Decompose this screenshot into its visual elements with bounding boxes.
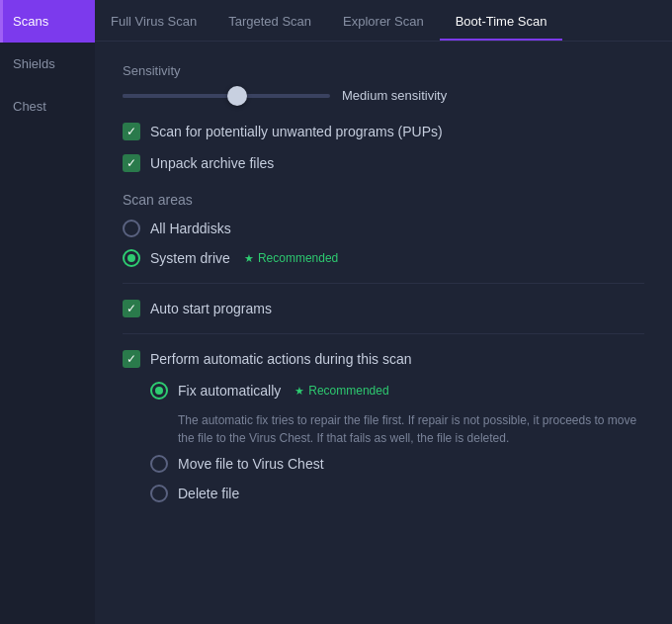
move-file-radio-row: Move file to Virus Chest xyxy=(150,455,644,473)
sensitivity-section: Sensitivity Medium sensitivity xyxy=(123,63,644,103)
fix-auto-radio[interactable] xyxy=(150,382,168,400)
recommended-text: Recommended xyxy=(258,251,338,265)
unpack-checkbox-row: ✓ Unpack archive files xyxy=(123,154,644,172)
checkmark-icon: ✓ xyxy=(126,302,136,315)
sidebar-item-label: Chest xyxy=(13,99,46,114)
system-drive-radio-row: System drive ★ Recommended xyxy=(123,249,644,267)
tab-full-virus-scan[interactable]: Full Virus Scan xyxy=(95,4,212,41)
fix-auto-section: Fix automatically ★ Recommended The auto… xyxy=(150,382,644,447)
auto-actions-checkbox-row: ✓ Perform automatic actions during this … xyxy=(123,350,644,368)
fix-auto-description: The automatic fix tries to repair the fi… xyxy=(178,411,644,447)
sensitivity-label: Sensitivity xyxy=(123,63,644,78)
fix-auto-label: Fix automatically xyxy=(178,383,281,399)
fix-auto-radio-row: Fix automatically ★ Recommended xyxy=(150,382,644,400)
tab-explorer-scan[interactable]: Explorer Scan xyxy=(327,4,440,41)
radio-inner-dot xyxy=(155,387,163,395)
radio-inner-dot xyxy=(127,254,135,262)
sidebar-item-label: Shields xyxy=(13,56,55,71)
pups-label: Scan for potentially unwanted programs (… xyxy=(150,124,443,139)
system-drive-radio[interactable] xyxy=(123,249,140,267)
all-harddisks-radio-row: All Harddisks xyxy=(123,220,644,237)
unpack-label: Unpack archive files xyxy=(150,155,274,171)
slider-thumb[interactable] xyxy=(227,86,247,106)
system-drive-recommended: ★ Recommended xyxy=(244,251,338,265)
all-harddisks-radio[interactable] xyxy=(123,220,140,237)
main-panel: Full Virus Scan Targeted Scan Explorer S… xyxy=(95,0,672,624)
move-file-radio[interactable] xyxy=(150,455,168,473)
system-drive-label: System drive xyxy=(150,250,230,266)
checkmark-icon: ✓ xyxy=(126,156,136,170)
autostart-checkbox-row: ✓ Auto start programs xyxy=(123,300,644,317)
sidebar-item-chest[interactable]: Chest xyxy=(0,85,95,128)
sensitivity-slider-track[interactable] xyxy=(123,94,330,98)
sidebar-item-label: Scans xyxy=(13,14,48,29)
tab-bar: Full Virus Scan Targeted Scan Explorer S… xyxy=(95,0,672,42)
all-harddisks-label: All Harddisks xyxy=(150,221,231,236)
tab-targeted-scan[interactable]: Targeted Scan xyxy=(212,4,327,41)
move-file-label: Move file to Virus Chest xyxy=(178,456,324,472)
tab-boot-time-scan[interactable]: Boot-Time Scan xyxy=(440,4,563,41)
delete-file-radio[interactable] xyxy=(150,485,168,502)
sensitivity-row: Medium sensitivity xyxy=(123,88,644,103)
slider-fill xyxy=(123,94,237,98)
auto-actions-checkbox[interactable]: ✓ xyxy=(123,350,140,368)
pups-checkbox-row: ✓ Scan for potentially unwanted programs… xyxy=(123,123,644,140)
scan-areas-heading: Scan areas xyxy=(123,192,644,208)
pups-checkbox[interactable]: ✓ xyxy=(123,123,140,140)
delete-file-section: Delete file xyxy=(150,485,644,502)
content-area: Sensitivity Medium sensitivity ✓ Scan fo… xyxy=(95,42,672,624)
delete-file-label: Delete file xyxy=(178,486,239,501)
divider-1 xyxy=(123,283,644,284)
autostart-label: Auto start programs xyxy=(150,301,272,316)
unpack-checkbox[interactable]: ✓ xyxy=(123,154,140,172)
sidebar-item-scans[interactable]: Scans xyxy=(0,0,95,43)
auto-actions-label: Perform automatic actions during this sc… xyxy=(150,351,412,367)
checkmark-icon: ✓ xyxy=(126,352,136,366)
delete-file-radio-row: Delete file xyxy=(150,485,644,502)
checkmark-icon: ✓ xyxy=(126,125,136,138)
divider-2 xyxy=(123,333,644,334)
fix-auto-recommended: ★ Recommended xyxy=(294,384,388,398)
sensitivity-value: Medium sensitivity xyxy=(342,88,447,103)
sidebar-item-shields[interactable]: Shields xyxy=(0,43,95,85)
move-file-section: Move file to Virus Chest xyxy=(150,455,644,473)
star-icon: ★ xyxy=(244,252,254,265)
fix-recommended-text: Recommended xyxy=(308,384,388,398)
autostart-checkbox[interactable]: ✓ xyxy=(123,300,140,317)
star-icon: ★ xyxy=(294,385,304,398)
sidebar: Scans Shields Chest xyxy=(0,0,95,624)
